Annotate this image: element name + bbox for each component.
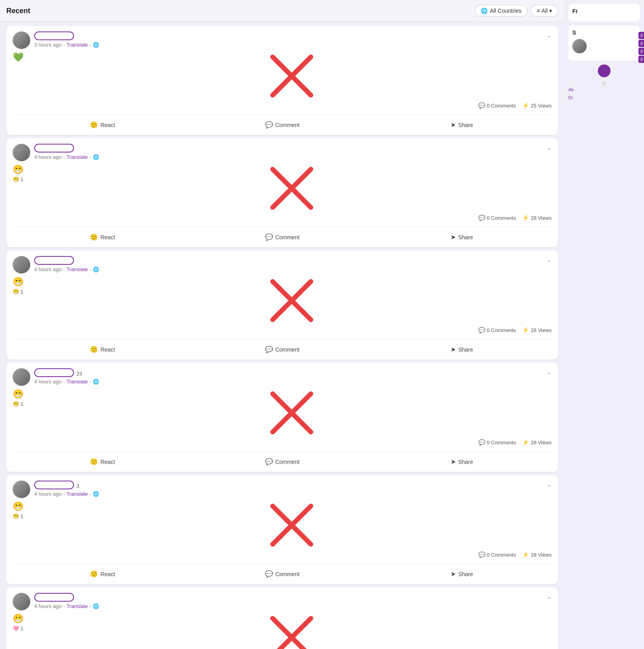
svg-line-6 (273, 394, 311, 432)
avatar-img-6 (13, 593, 30, 610)
react-button-2[interactable]: 🙂 React (13, 230, 192, 244)
reaction-count-2: 😁 1 (13, 176, 23, 182)
time-ago-2: 4 hours ago (34, 154, 62, 160)
hashtag-1[interactable]: # (638, 32, 644, 39)
comment-button-3[interactable]: 💬 Comment (192, 342, 372, 356)
post-left-5: 😁 😁 1 (13, 501, 27, 519)
chevron-down-1[interactable]: ⌄ (546, 31, 552, 39)
chevron-down-5[interactable]: ⌄ (546, 481, 552, 488)
views-icon-4: ⚡ (522, 439, 529, 446)
views-icon-5: ⚡ (522, 551, 529, 558)
reaction-emoji-6: 😁 (13, 614, 23, 624)
post-header-4: 23 4 hours ago - Translate - 🌐 ⌄ (13, 368, 552, 386)
sidebar-link-ab[interactable]: Ab (568, 86, 640, 94)
username-box-3 (34, 256, 74, 265)
big-x-6 (268, 614, 316, 649)
svg-line-2 (273, 169, 311, 207)
share-label-5: Share (458, 571, 473, 577)
chevron-down-3[interactable]: ⌄ (546, 256, 552, 264)
comment-button-4[interactable]: 💬 Comment (192, 455, 372, 469)
post-card-2: 4 hours ago - Translate - 🌐 ⌄ 😁 😁 1 (6, 138, 558, 247)
all-countries-button[interactable]: 🌐 All Countries (475, 5, 527, 17)
big-x-2 (268, 164, 316, 212)
post-left-6: 😁 🩷 1 (13, 614, 27, 631)
avatar-wrapper-2 (13, 144, 30, 161)
reaction-emoji-1: 💚 (13, 52, 23, 63)
hashtag-strip: # # # # (638, 32, 644, 63)
react-button-4[interactable]: 🙂 React (13, 455, 192, 469)
share-icon-3: ➤ (451, 346, 456, 353)
views-count-4: 28 Views (531, 440, 552, 446)
sidebar-link-di[interactable]: Di (568, 94, 640, 102)
feed-container: 3 hours ago - Translate - 🌐 ⌄ 💚 (0, 22, 564, 649)
avatar-wrapper-6 (13, 593, 30, 610)
chevron-down-4[interactable]: ⌄ (546, 368, 552, 376)
post-left-1: 💚 (13, 52, 27, 64)
share-button-3[interactable]: ➤ Share (372, 342, 552, 356)
translate-link-5[interactable]: Translate (66, 491, 88, 497)
reaction-count-3: 😁 1 (13, 289, 23, 295)
post-body-4: 😁 😁 1 (13, 389, 552, 437)
react-button-3[interactable]: 🙂 React (13, 342, 192, 356)
reaction-emoji-5: 😁 (13, 501, 23, 512)
views-count-3: 28 Views (531, 327, 552, 333)
svg-line-0 (273, 57, 311, 95)
hashtag-3[interactable]: # (638, 48, 644, 55)
svg-line-8 (273, 506, 311, 544)
comment-button-5[interactable]: 💬 Comment (192, 567, 372, 581)
translate-link-3[interactable]: Translate (66, 266, 88, 272)
username-suffix-4: 23 (76, 371, 82, 377)
username-box-6 (34, 593, 74, 602)
header-bar: Recent 🌐 All Countries ≡ All ▾ (0, 0, 564, 22)
react-label-3: React (100, 346, 115, 353)
comment-icon-5: 💬 (478, 551, 485, 558)
action-bar-5: 🙂 React 💬 Comment ➤ Share (13, 563, 552, 584)
reaction-count-5: 😁 1 (13, 513, 23, 519)
svg-line-7 (273, 394, 311, 432)
comment-button-1[interactable]: 💬 Comment (192, 118, 372, 132)
share-button-4[interactable]: ➤ Share (372, 455, 552, 469)
share-label-4: Share (458, 459, 473, 465)
react-button-1[interactable]: 🙂 React (13, 118, 192, 132)
list-icon: ≡ (537, 8, 540, 14)
chevron-down-2[interactable]: ⌄ (546, 144, 552, 151)
comment-label-2: Comment (275, 234, 300, 240)
translate-link-4[interactable]: Translate (66, 379, 88, 385)
react-icon-5: 🙂 (90, 570, 98, 578)
reaction-count-4: 😁 1 (13, 401, 23, 407)
translate-link-6[interactable]: Translate (66, 603, 88, 609)
all-countries-label: All Countries (490, 8, 521, 14)
share-button-1[interactable]: ➤ Share (372, 118, 552, 132)
comments-stat-1: 💬 0 Comments (478, 102, 516, 109)
time-ago-3: 4 hours ago (34, 266, 62, 272)
post-user-info-1: 3 hours ago - Translate - 🌐 (34, 31, 552, 48)
translate-link-1[interactable]: Translate (66, 42, 88, 48)
share-button-2[interactable]: ➤ Share (372, 230, 552, 244)
share-icon-5: ➤ (451, 570, 456, 578)
copyright-text: © (568, 81, 640, 86)
avatar-wrapper-4 (13, 368, 30, 386)
comment-button-2[interactable]: 💬 Comment (192, 230, 372, 244)
reaction-count-6: 🩷 1 (13, 626, 23, 631)
avatar-5 (13, 481, 30, 498)
react-button-5[interactable]: 🙂 React (13, 567, 192, 581)
notification-dot[interactable] (598, 65, 611, 77)
globe-icon-4: 🌐 (93, 379, 99, 385)
username-box-5 (34, 481, 74, 489)
post-user-info-5: 3 4 hours ago - Translate - 🌐 (34, 481, 552, 497)
chevron-down-6[interactable]: ⌄ (546, 593, 552, 600)
share-icon-2: ➤ (451, 233, 456, 241)
views-count-1: 25 Views (531, 103, 552, 109)
avatar-img-5 (13, 481, 30, 498)
post-body-6: 😁 🩷 1 (13, 614, 552, 649)
globe-icon-5: 🌐 (93, 491, 99, 497)
svg-line-10 (273, 618, 311, 649)
comments-count-1: 0 Comments (487, 103, 516, 109)
hashtag-2[interactable]: # (638, 40, 644, 47)
share-button-5[interactable]: ➤ Share (372, 567, 552, 581)
post-meta-4: 4 hours ago - Translate - 🌐 (34, 379, 552, 385)
translate-link-2[interactable]: Translate (66, 154, 88, 160)
all-filter-button[interactable]: ≡ All ▾ (531, 5, 558, 17)
hashtag-4[interactable]: # (638, 56, 644, 63)
avatar-3 (13, 256, 30, 274)
